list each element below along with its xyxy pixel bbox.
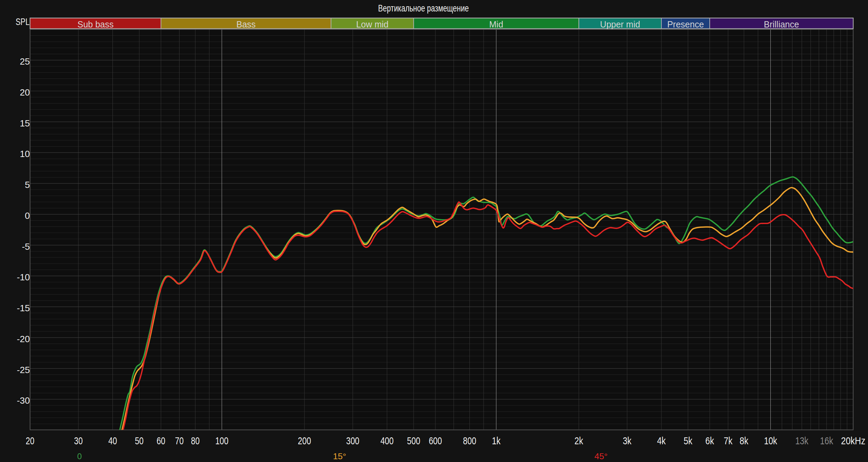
svg-text:200: 200 [298, 435, 311, 446]
svg-text:25: 25 [20, 56, 30, 67]
svg-text:45°: 45° [594, 452, 608, 461]
svg-text:800: 800 [463, 435, 476, 446]
svg-text:Mid: Mid [489, 19, 503, 29]
svg-text:50: 50 [135, 435, 144, 446]
svg-text:100: 100 [215, 435, 228, 446]
svg-text:13k: 13k [795, 435, 809, 446]
svg-text:SPL: SPL [16, 16, 30, 27]
svg-text:300: 300 [346, 435, 359, 446]
svg-text:10k: 10k [764, 435, 777, 446]
svg-text:0: 0 [77, 452, 82, 461]
svg-text:80: 80 [191, 435, 200, 446]
svg-text:7k: 7k [724, 435, 733, 446]
svg-text:60: 60 [157, 435, 165, 446]
svg-text:6k: 6k [706, 435, 715, 446]
svg-text:16k: 16k [820, 435, 834, 446]
svg-text:1k: 1k [492, 435, 501, 446]
svg-text:20: 20 [20, 87, 30, 98]
svg-text:5: 5 [25, 180, 30, 190]
svg-text:8k: 8k [740, 435, 749, 446]
svg-text:-15: -15 [17, 303, 30, 313]
svg-text:Brilliance: Brilliance [764, 19, 799, 29]
svg-text:0: 0 [25, 211, 30, 221]
svg-text:15°: 15° [333, 452, 346, 461]
svg-text:Sub bass: Sub bass [77, 19, 114, 29]
svg-text:5k: 5k [684, 435, 693, 446]
svg-text:15: 15 [20, 118, 30, 129]
svg-text:3k: 3k [623, 435, 632, 446]
svg-text:Presence: Presence [667, 19, 704, 29]
svg-text:10: 10 [20, 149, 30, 159]
svg-text:70: 70 [175, 435, 184, 446]
svg-text:4k: 4k [657, 435, 666, 446]
svg-text:40: 40 [108, 435, 117, 446]
svg-text:30: 30 [74, 435, 83, 446]
svg-text:-25: -25 [17, 365, 30, 375]
svg-text:20: 20 [26, 435, 34, 446]
svg-text:400: 400 [381, 435, 394, 446]
svg-text:500: 500 [407, 435, 420, 446]
svg-text:Upper mid: Upper mid [600, 19, 640, 29]
svg-text:Bass: Bass [236, 19, 256, 29]
svg-text:Low mid: Low mid [356, 19, 389, 29]
svg-text:-10: -10 [17, 272, 30, 282]
svg-text:600: 600 [429, 435, 442, 446]
svg-text:-20: -20 [17, 334, 30, 344]
svg-text:2k: 2k [575, 435, 584, 446]
svg-text:20kHz: 20kHz [841, 435, 865, 446]
svg-text:-5: -5 [22, 241, 30, 252]
svg-text:-30: -30 [17, 395, 30, 406]
svg-text:Вертикальное размещение: Вертикальное размещение [378, 3, 469, 14]
